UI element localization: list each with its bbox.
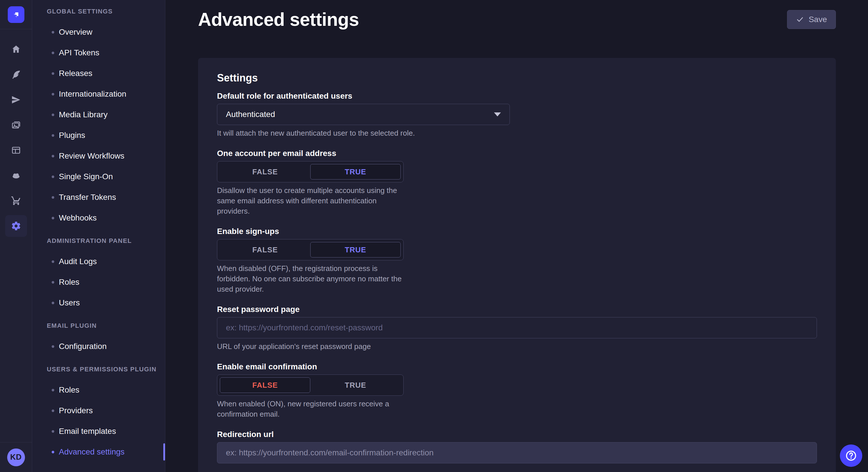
sidebar-item-single-sign-on[interactable]: Single Sign-On [32,166,165,187]
icon-rail: KD [0,0,32,472]
cart-icon[interactable] [0,188,32,213]
select-value: Authenticated [226,110,275,119]
sidebar-item-label: Users [59,298,80,307]
bullet-icon [52,302,54,304]
feather-icon[interactable] [0,62,32,87]
field-hint: When enabled (ON), new registered users … [217,399,404,419]
reset-password-input[interactable] [217,317,817,338]
bullet-icon [52,113,54,116]
sidebar-item-transfer-tokens[interactable]: Transfer Tokens [32,187,165,208]
rail-icon-list [0,29,32,239]
nav-section-administration-panel: ADMINISTRATION PANEL Audit Logs Roles Us… [32,237,165,313]
help-button[interactable] [840,444,862,467]
field-redirection-url: Redirection url [217,430,817,463]
bullet-icon [52,451,54,453]
field-label: Enable email confirmation [217,362,404,372]
page-header: Advanced settings Save [198,9,836,30]
sidebar-item-review-workflows[interactable]: Review Workflows [32,146,165,166]
sidebar-item-label: Internationalization [59,90,126,99]
field-default-role: Default role for authenticated users Aut… [217,91,817,138]
bullet-icon [52,196,54,199]
sidebar-item-webhooks[interactable]: Webhooks [32,208,165,228]
sidebar-item-audit-logs[interactable]: Audit Logs [32,251,165,272]
home-icon[interactable] [0,37,32,62]
section-label: EMAIL PLUGIN [32,322,165,330]
media-library-icon[interactable] [0,112,32,138]
bullet-icon [52,134,54,137]
settings-card: Settings Default role for authenticated … [198,58,836,472]
sidebar-item-label: Webhooks [59,213,97,223]
bullet-icon [52,389,54,392]
email-confirmation-toggle: FALSE TRUE [217,374,404,396]
settings-icon[interactable] [0,213,32,239]
bullet-icon [52,260,54,263]
save-button[interactable]: Save [787,10,836,29]
field-label: Default role for authenticated users [217,91,817,101]
cloud-icon[interactable] [0,163,32,188]
sidebar-item-api-tokens[interactable]: API Tokens [32,42,165,63]
field-hint: Disallow the user to create multiple acc… [217,185,404,216]
toggle-true-button[interactable]: TRUE [310,377,401,393]
sidebar-item-label: Media Library [59,110,107,119]
section-label: USERS & PERMISSIONS PLUGIN [32,365,165,373]
bullet-icon [52,31,54,34]
enable-signups-toggle: FALSE TRUE [217,239,404,260]
question-icon [845,449,857,462]
sidebar-item-plugins[interactable]: Plugins [32,125,165,146]
toggle-false-button[interactable]: FALSE [220,242,310,258]
toggle-false-button[interactable]: FALSE [220,377,310,393]
sidebar-item-label: Providers [59,406,93,415]
sidebar-item-media-library[interactable]: Media Library [32,104,165,125]
sidebar-item-advanced-settings[interactable]: Advanced settings [32,442,165,462]
sidebar-item-label: Roles [59,278,80,287]
toggle-true-button[interactable]: TRUE [310,242,401,258]
page-title: Advanced settings [198,9,359,30]
section-label: GLOBAL SETTINGS [32,7,165,15]
strapi-logo-icon[interactable] [8,6,24,23]
nav-section-global-settings: GLOBAL SETTINGS Overview API Tokens Rele… [32,7,165,228]
nav-section-email-plugin: EMAIL PLUGIN Configuration [32,322,165,357]
sidebar-item-label: Review Workflows [59,151,124,161]
sidebar-item-email-templates[interactable]: Email templates [32,421,165,442]
bullet-icon [52,217,54,220]
field-reset-password: Reset password page URL of your applicat… [217,305,817,351]
check-icon [796,15,804,24]
sidebar-item-label: Configuration [59,342,107,351]
sidebar-item-label: Releases [59,69,92,78]
sidebar-item-label: Advanced settings [59,447,125,457]
sidebar-item-label: Transfer Tokens [59,193,116,202]
bullet-icon [52,281,54,283]
send-icon[interactable] [0,87,32,112]
default-role-select[interactable]: Authenticated [217,104,510,125]
sidebar-item-configuration[interactable]: Configuration [32,336,165,357]
sidebar-item-internationalization[interactable]: Internationalization [32,84,165,104]
chevron-down-icon [494,112,501,116]
settings-subnav: GLOBAL SETTINGS Overview API Tokens Rele… [32,0,165,472]
sidebar-item-label: Roles [59,385,80,395]
sidebar-item-up-roles[interactable]: Roles [32,380,165,400]
sidebar-item-admin-roles[interactable]: Roles [32,272,165,293]
sidebar-item-label: Audit Logs [59,257,97,266]
field-hint: It will attach the new authenticated use… [217,128,817,138]
redirection-url-input[interactable] [217,442,817,463]
avatar[interactable]: KD [7,448,25,466]
toggle-true-button[interactable]: TRUE [310,164,401,179]
field-hint: URL of your application's reset password… [217,341,817,351]
one-account-toggle: FALSE TRUE [217,161,404,182]
sidebar-item-admin-users[interactable]: Users [32,293,165,313]
sidebar-item-releases[interactable]: Releases [32,63,165,84]
sidebar-item-providers[interactable]: Providers [32,400,165,421]
field-one-account: One account per email address FALSE TRUE… [217,148,404,216]
nav-section-users-permissions-plugin: USERS & PERMISSIONS PLUGIN Roles Provide… [32,365,165,462]
layout-icon[interactable] [0,138,32,163]
field-label: Reset password page [217,305,817,314]
toggle-false-button[interactable]: FALSE [220,164,310,179]
bullet-icon [52,430,54,433]
main-content: Advanced settings Save Settings Default … [165,0,868,472]
field-label: Enable sign-ups [217,227,404,236]
card-heading: Settings [217,72,817,84]
sidebar-item-overview[interactable]: Overview [32,22,165,42]
sidebar-item-label: Single Sign-On [59,172,113,181]
section-label: ADMINISTRATION PANEL [32,237,165,245]
bullet-icon [52,52,54,54]
